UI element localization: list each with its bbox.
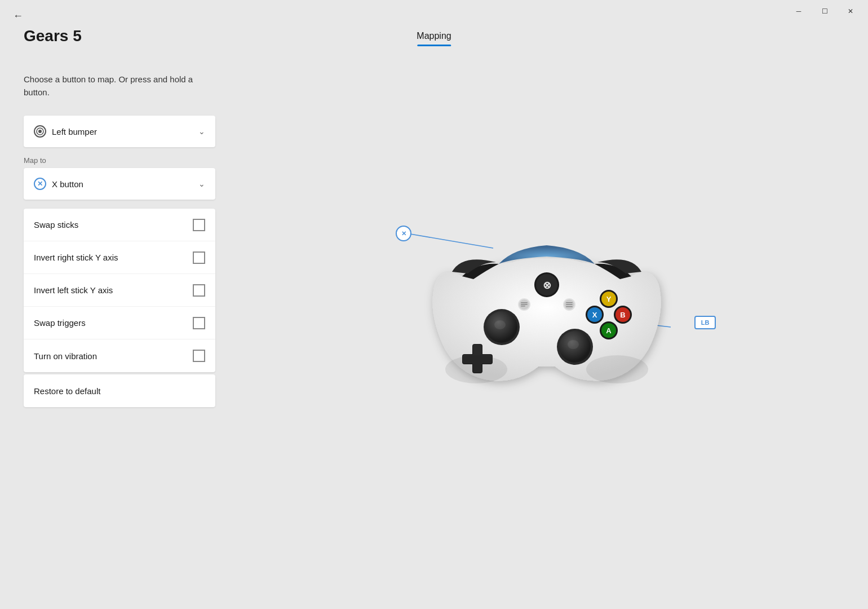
svg-point-22: [568, 340, 579, 349]
restore-default-label: Restore to default: [34, 386, 100, 396]
left-panel: Choose a button to map. Or press and hol…: [24, 73, 215, 407]
controller-container: ✕ LB: [372, 175, 721, 423]
invert-right-stick-checkbox[interactable]: [193, 251, 205, 264]
back-icon: ←: [13, 10, 23, 22]
map-to-value: X button: [52, 179, 83, 189]
map-to-dropdown[interactable]: ✕ X button ⌄: [24, 168, 215, 200]
title-bar-controls: ─ ☐ ✕: [786, 2, 863, 20]
map-to-value-label: ✕ X button: [34, 178, 83, 190]
svg-rect-16: [566, 306, 573, 307]
minimize-button[interactable]: ─: [786, 2, 812, 20]
map-to-section: Map to ✕ X button ⌄: [24, 156, 215, 200]
app-title: Gears 5: [24, 27, 82, 45]
button-selector-value: Left bumper: [52, 127, 97, 136]
svg-text:⊗: ⊗: [543, 280, 551, 291]
invert-right-stick-label: Invert right stick Y axis: [34, 253, 118, 262]
invert-left-stick-checkbox[interactable]: [193, 284, 205, 297]
invert-left-stick-row[interactable]: Invert left stick Y axis: [24, 274, 215, 307]
button-selector-section: Left bumper ⌄: [24, 116, 215, 147]
tab-underline: [417, 45, 451, 46]
map-to-chevron: ⌄: [198, 179, 205, 188]
svg-text:B: B: [620, 311, 625, 319]
controller-area: ✕ LB: [248, 102, 845, 496]
vibration-checkbox[interactable]: [193, 350, 205, 362]
vibration-label: Turn on vibration: [34, 351, 97, 361]
back-button[interactable]: ←: [9, 7, 27, 25]
swap-triggers-checkbox[interactable]: [193, 317, 205, 329]
map-to-label: Map to: [24, 156, 215, 165]
button-selector-chevron: ⌄: [198, 127, 205, 136]
restore-default-button[interactable]: Restore to default: [24, 374, 215, 407]
swap-triggers-row[interactable]: Swap triggers: [24, 307, 215, 339]
checkbox-list: Swap sticks Invert right stick Y axis In…: [24, 209, 215, 372]
button-selector-dropdown[interactable]: Left bumper ⌄: [24, 116, 215, 147]
close-button[interactable]: ✕: [838, 2, 863, 20]
tab-mapping[interactable]: Mapping: [417, 31, 451, 46]
svg-point-19: [494, 320, 506, 329]
vibration-row[interactable]: Turn on vibration: [24, 339, 215, 372]
svg-rect-11: [521, 306, 525, 307]
swap-sticks-checkbox[interactable]: [193, 219, 205, 231]
x-button-icon: ✕: [34, 178, 46, 190]
instruction-text: Choose a button to map. Or press and hol…: [24, 73, 215, 99]
controller-svg: ⊗: [389, 175, 705, 400]
svg-rect-10: [521, 304, 528, 305]
svg-text:A: A: [606, 326, 612, 335]
maximize-button[interactable]: ☐: [812, 2, 838, 20]
svg-rect-14: [566, 302, 573, 303]
invert-right-stick-row[interactable]: Invert right stick Y axis: [24, 241, 215, 274]
title-bar: ─ ☐ ✕: [0, 0, 868, 23]
svg-rect-9: [521, 302, 528, 303]
svg-point-40: [586, 355, 648, 383]
swap-sticks-label: Swap sticks: [34, 220, 78, 230]
svg-text:X: X: [592, 311, 597, 319]
svg-text:Y: Y: [606, 295, 612, 303]
invert-left-stick-label: Invert left stick Y axis: [34, 285, 113, 295]
tab-mapping-label: Mapping: [417, 31, 451, 45]
svg-rect-15: [566, 304, 573, 306]
swap-sticks-row[interactable]: Swap sticks: [24, 209, 215, 241]
svg-point-39: [445, 355, 507, 383]
button-icon: [34, 125, 46, 138]
svg-point-1: [38, 130, 42, 133]
swap-triggers-label: Swap triggers: [34, 318, 86, 328]
button-selector-label: Left bumper: [34, 125, 97, 138]
